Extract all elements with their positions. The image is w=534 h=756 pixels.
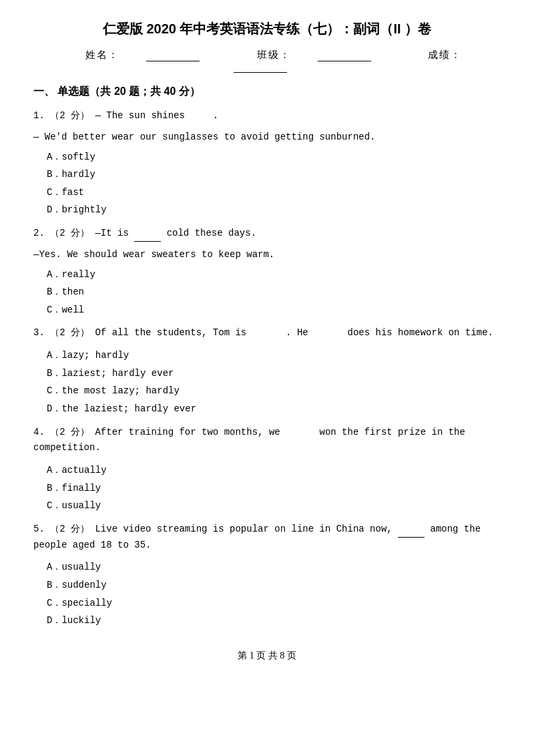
question-1-text: 1. （2 分） — The sun shines . <box>33 108 501 124</box>
question-3-number: 3. <box>33 327 50 338</box>
page-title: 仁爱版 2020 年中考英语语法专练（七）：副词（II ）卷 <box>33 20 501 38</box>
question-3-score: （2 分） <box>50 327 89 338</box>
question-5-text: 5. （2 分） Live video streaming is popular… <box>33 522 501 554</box>
question-1-options: A．softly B．hardly C．fast D．brightly <box>47 148 501 219</box>
question-3-option-a[interactable]: A．lazy; hardly <box>47 347 501 365</box>
question-3-text: 3. （2 分） Of all the students, Tom is . H… <box>33 325 501 341</box>
question-4-number: 4. <box>33 427 50 437</box>
class-label: 班级： <box>244 49 388 60</box>
question-1-dialogue: — We'd better wear our sunglasses to avo… <box>33 130 501 146</box>
question-2-score: （2 分） <box>50 228 89 238</box>
question-5-option-b[interactable]: B．suddenly <box>47 576 501 594</box>
question-5-score: （2 分） <box>50 524 89 534</box>
question-1-number: 1. <box>33 110 50 121</box>
question-3-options: A．lazy; hardly B．laziest; hardly ever C．… <box>47 347 501 417</box>
question-2-option-c[interactable]: C．well <box>47 301 501 319</box>
question-5-option-c[interactable]: C．specially <box>47 594 501 612</box>
question-4-options: A．actually B．finally C．usually <box>47 461 501 515</box>
question-4-score: （2 分） <box>50 427 89 437</box>
question-4: 4. （2 分） After training for two months, … <box>33 425 501 515</box>
question-4-option-b[interactable]: B．finally <box>47 480 501 498</box>
question-1-option-a[interactable]: A．softly <box>47 148 501 166</box>
question-5: 5. （2 分） Live video streaming is popular… <box>33 522 501 630</box>
question-4-text: 4. （2 分） After training for two months, … <box>33 425 501 457</box>
question-2-dialogue: —Yes. We should wear sweaters to keep wa… <box>33 247 501 263</box>
question-1-score: （2 分） <box>50 110 89 121</box>
question-2-options: A．really B．then C．well <box>47 266 501 319</box>
question-3-option-d[interactable]: D．the laziest; hardly ever <box>47 400 501 418</box>
question-5-option-a[interactable]: A．usually <box>47 558 501 576</box>
page-footer: 第 1 页 共 8 页 <box>33 650 501 662</box>
question-2-text: 2. （2 分） —It is cold these days. <box>33 226 501 242</box>
question-3-option-c[interactable]: C．the most lazy; hardly <box>47 382 501 400</box>
question-3-option-b[interactable]: B．laziest; hardly ever <box>47 365 501 383</box>
question-4-option-a[interactable]: A．actually <box>47 461 501 480</box>
question-2: 2. （2 分） —It is cold these days. —Yes. W… <box>33 226 501 319</box>
question-1-option-d[interactable]: D．brightly <box>47 201 501 219</box>
question-4-option-c[interactable]: C．usually <box>47 497 501 515</box>
question-1-option-b[interactable]: B．hardly <box>47 166 501 184</box>
question-5-options: A．usually B．suddenly C．specially D．lucki… <box>47 558 501 629</box>
question-2-option-a[interactable]: A．really <box>47 266 501 284</box>
section1-title: 一、 单选题（共 20 题；共 40 分） <box>33 85 501 99</box>
student-info: 姓名： 班级： 成绩： <box>33 49 501 73</box>
name-label: 姓名： <box>72 49 217 60</box>
question-3: 3. （2 分） Of all the students, Tom is . H… <box>33 325 501 417</box>
question-5-option-d[interactable]: D．luckily <box>47 612 501 630</box>
question-5-number: 5. <box>33 524 50 534</box>
question-1-option-c[interactable]: C．fast <box>47 184 501 202</box>
question-2-number: 2. <box>33 228 50 238</box>
question-2-option-b[interactable]: B．then <box>47 283 501 301</box>
question-1: 1. （2 分） — The sun shines . — We'd bette… <box>33 108 501 219</box>
